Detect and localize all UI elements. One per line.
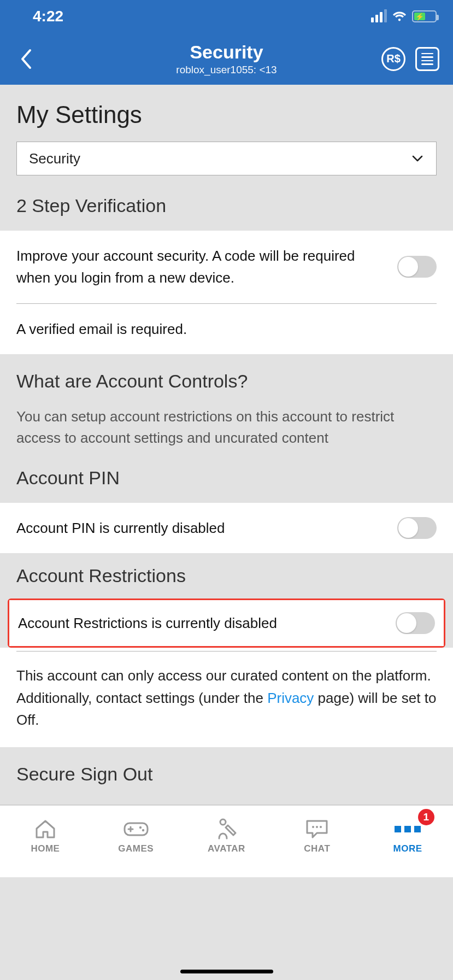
status-icons: ⚡ bbox=[371, 10, 437, 23]
battery-icon: ⚡ bbox=[412, 10, 437, 22]
avatar-icon bbox=[213, 818, 239, 840]
account-pin-toggle[interactable] bbox=[397, 517, 437, 539]
tab-avatar-label: AVATAR bbox=[208, 843, 245, 854]
section-header-restrictions: Account Restrictions bbox=[0, 553, 453, 598]
settings-category-dropdown[interactable]: Security bbox=[16, 142, 437, 175]
nav-subtitle: roblox_user1055: <13 bbox=[176, 64, 276, 76]
back-button[interactable] bbox=[14, 47, 38, 71]
robux-icon[interactable]: R$ bbox=[381, 47, 405, 71]
tab-chat[interactable]: CHAT bbox=[272, 806, 362, 866]
more-icon bbox=[395, 818, 421, 840]
nav-header: Security roblox_user1055: <13 R$ bbox=[0, 33, 453, 85]
tab-home-label: HOME bbox=[31, 843, 60, 854]
privacy-link[interactable]: Privacy bbox=[267, 690, 314, 706]
tab-more[interactable]: MORE 1 bbox=[362, 806, 453, 866]
status-bar: 4:22 ⚡ bbox=[0, 0, 453, 33]
nav-title-wrap: Security roblox_user1055: <13 bbox=[176, 42, 276, 76]
section-header-two-step: 2 Step Verification bbox=[0, 192, 453, 231]
page-title: My Settings bbox=[0, 85, 453, 142]
content-scroll[interactable]: My Settings Security 2 Step Verification… bbox=[0, 85, 453, 805]
section-header-signout: Secure Sign Out bbox=[0, 747, 453, 805]
dropdown-value: Security bbox=[29, 150, 80, 167]
chat-icon bbox=[304, 818, 330, 840]
svg-point-5 bbox=[316, 826, 318, 828]
svg-point-1 bbox=[139, 826, 141, 829]
home-icon bbox=[32, 818, 58, 840]
account-restrictions-highlight: Account Restrictions is currently disabl… bbox=[8, 598, 445, 648]
account-restrictions-text: Account Restrictions is currently disabl… bbox=[18, 612, 396, 634]
section-controls-desc: You can setup account restrictions on th… bbox=[0, 406, 453, 464]
wifi-icon bbox=[391, 10, 408, 23]
svg-point-2 bbox=[142, 829, 144, 831]
svg-point-6 bbox=[320, 826, 322, 828]
svg-point-4 bbox=[312, 826, 314, 828]
hamburger-menu-icon[interactable] bbox=[415, 47, 439, 71]
account-restrictions-toggle[interactable] bbox=[396, 612, 435, 634]
account-pin-row: Account PIN is currently disabled bbox=[0, 503, 453, 553]
two-step-note: A verified email is required. bbox=[0, 304, 453, 354]
tab-avatar[interactable]: AVATAR bbox=[181, 806, 272, 866]
games-icon bbox=[123, 818, 149, 840]
svg-point-3 bbox=[220, 819, 226, 825]
chevron-left-icon bbox=[19, 48, 32, 70]
tab-more-label: MORE bbox=[393, 843, 422, 854]
two-step-toggle[interactable] bbox=[397, 256, 437, 278]
account-pin-text: Account PIN is currently disabled bbox=[16, 517, 397, 539]
chevron-down-icon bbox=[411, 152, 424, 165]
status-time: 4:22 bbox=[33, 8, 63, 25]
tab-games-label: GAMES bbox=[118, 843, 154, 854]
account-restrictions-row: Account Restrictions is currently disabl… bbox=[9, 600, 444, 646]
section-header-controls: What are Account Controls? bbox=[0, 354, 453, 406]
tab-games[interactable]: GAMES bbox=[91, 806, 181, 866]
nav-title: Security bbox=[176, 42, 276, 63]
tab-bar: HOME GAMES AVATAR CHAT MORE 1 bbox=[0, 805, 453, 877]
two-step-row: Improve your account security. A code wi… bbox=[0, 231, 453, 303]
more-badge: 1 bbox=[418, 809, 434, 825]
section-header-pin: Account PIN bbox=[0, 464, 453, 503]
home-indicator[interactable] bbox=[180, 970, 273, 973]
two-step-desc: Improve your account security. A code wi… bbox=[16, 245, 397, 289]
cellular-icon bbox=[371, 10, 387, 22]
tab-chat-label: CHAT bbox=[304, 843, 330, 854]
account-restrictions-info: This account can only access our curated… bbox=[0, 652, 453, 747]
tab-home[interactable]: HOME bbox=[0, 806, 91, 866]
